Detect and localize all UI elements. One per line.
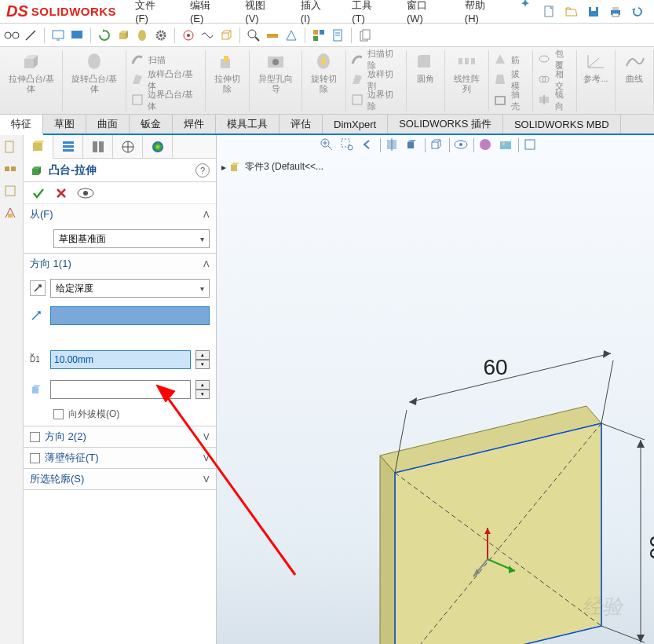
- depth-input-text[interactable]: [54, 354, 187, 365]
- draft-item[interactable]: 拔模: [494, 71, 528, 90]
- tab-moldtools[interactable]: 模具工具: [216, 115, 280, 134]
- pm-tab-config[interactable]: [53, 135, 83, 158]
- menu-view[interactable]: 视图(V): [234, 0, 289, 24]
- preview-toggle[interactable]: [77, 188, 94, 199]
- boundary-item[interactable]: 边界凸台/基体: [131, 91, 201, 110]
- pm-tab-feature-tree[interactable]: [24, 135, 53, 159]
- viewport[interactable]: ▸ 零件3 (Default<<...: [217, 135, 654, 644]
- cube-icon[interactable]: [217, 27, 235, 44]
- revolve-boss-group[interactable]: 旋转凸台/基体: [63, 50, 126, 112]
- tab-surface[interactable]: 曲面: [86, 115, 130, 134]
- zoom-fit-icon[interactable]: [319, 137, 336, 154]
- tri-icon[interactable]: [283, 27, 300, 44]
- pm-tab-display[interactable]: [83, 135, 113, 158]
- zoom-area-icon[interactable]: [339, 137, 356, 154]
- print-icon[interactable]: [607, 3, 624, 20]
- document-icon[interactable]: [329, 27, 346, 44]
- monitor-icon[interactable]: [49, 27, 67, 44]
- lb-design-icon[interactable]: [3, 206, 20, 223]
- edit-appearance-icon[interactable]: [477, 137, 495, 154]
- direction2-checkbox[interactable]: [30, 432, 40, 442]
- lb-assembly-icon[interactable]: [3, 162, 20, 179]
- glasses-icon[interactable]: [3, 27, 20, 44]
- display-icon[interactable]: [68, 27, 86, 44]
- ref-geo-group[interactable]: 参考...: [577, 50, 616, 112]
- revolve-cut-group[interactable]: 旋转切除: [302, 50, 346, 112]
- view-orientation-icon[interactable]: [404, 137, 422, 154]
- pm-tab-dimxpert[interactable]: [113, 135, 143, 158]
- target-icon[interactable]: [180, 27, 197, 44]
- menu-edit[interactable]: 编辑(E): [179, 0, 234, 24]
- tab-dimxpert[interactable]: DimXpert: [323, 115, 388, 134]
- display-style-icon[interactable]: [429, 137, 446, 154]
- spin-down-button[interactable]: ▾: [195, 360, 210, 369]
- hide-show-icon[interactable]: [453, 137, 470, 154]
- intersect-item[interactable]: 相交: [538, 71, 572, 90]
- direction1-header[interactable]: 方向 1(1) ᐱ: [24, 254, 216, 274]
- depth-input[interactable]: [50, 350, 191, 369]
- tab-sketch[interactable]: 草图: [43, 115, 86, 134]
- new-doc-icon[interactable]: [541, 3, 558, 20]
- hole-group[interactable]: 异型孔向导: [250, 50, 302, 112]
- gear-icon[interactable]: [152, 27, 170, 44]
- menu-help[interactable]: 帮助(H): [454, 0, 510, 24]
- fillet-group[interactable]: 圆角: [407, 50, 445, 112]
- tab-mbd[interactable]: SOLIDWORKS MBD: [503, 115, 621, 134]
- cube-extrude-icon[interactable]: [115, 27, 132, 44]
- extrude-cut-group[interactable]: 拉伸切除: [206, 50, 250, 112]
- tree-expand-icon[interactable]: ▸: [221, 162, 226, 173]
- thin-feature-checkbox[interactable]: [30, 453, 40, 463]
- pm-tab-appearance[interactable]: [143, 135, 173, 158]
- tab-swplugin[interactable]: SOLIDWORKS 插件: [388, 115, 503, 134]
- measure-icon[interactable]: [264, 27, 281, 44]
- tab-weldments[interactable]: 焊件: [173, 115, 216, 134]
- refresh-icon[interactable]: [96, 27, 113, 44]
- menu-file[interactable]: 文件(F): [124, 0, 179, 24]
- view-settings-icon[interactable]: [522, 137, 539, 154]
- from-combo[interactable]: 草图基准面 ▾: [53, 229, 210, 248]
- from-header[interactable]: 从(F) ᐱ: [24, 204, 216, 225]
- tab-feature[interactable]: 特征: [0, 115, 43, 135]
- direction-selection-box[interactable]: [50, 306, 210, 325]
- end-condition-combo[interactable]: 给定深度 ▾: [50, 279, 210, 298]
- tab-evaluate[interactable]: 评估: [280, 115, 323, 134]
- mirror-item[interactable]: 镜向: [538, 91, 572, 110]
- tab-sheetmetal[interactable]: 钣金: [130, 115, 173, 134]
- apply-scene-icon[interactable]: [498, 137, 515, 154]
- revolve-icon[interactable]: [133, 27, 151, 44]
- section-view-icon[interactable]: [384, 137, 401, 154]
- loft-cut-item[interactable]: 放样切割: [351, 71, 401, 90]
- shell-item[interactable]: 抽壳: [494, 91, 528, 110]
- wave-icon[interactable]: [199, 27, 216, 44]
- spin-up-button[interactable]: ▴: [195, 350, 210, 360]
- menu-window[interactable]: 窗口(W): [396, 0, 454, 24]
- rib-item[interactable]: 筋: [494, 50, 528, 69]
- ok-button[interactable]: [31, 186, 46, 200]
- lb-drawing-icon[interactable]: [3, 184, 20, 201]
- sweep-cut-item[interactable]: 扫描切除: [351, 50, 401, 69]
- wrap-item[interactable]: 包覆: [538, 50, 572, 69]
- components-icon[interactable]: [310, 27, 327, 44]
- sweep-item[interactable]: 扫描: [131, 50, 201, 69]
- save-icon[interactable]: [585, 3, 602, 20]
- undo-icon[interactable]: [629, 3, 646, 20]
- curves-group[interactable]: 曲线: [616, 50, 654, 112]
- open-icon[interactable]: [563, 3, 580, 20]
- zoom-icon[interactable]: [245, 27, 262, 44]
- menu-tools[interactable]: 工具(T): [341, 0, 396, 24]
- lb-doc-icon[interactable]: [3, 140, 20, 157]
- menu-pin-icon[interactable]: [510, 0, 541, 24]
- linear-pattern-group[interactable]: 线性阵列: [445, 50, 489, 112]
- line-icon[interactable]: [22, 27, 39, 44]
- help-icon[interactable]: ?: [195, 163, 210, 177]
- menu-insert[interactable]: 插入(I): [290, 0, 341, 24]
- boundary-cut-item[interactable]: 边界切除: [351, 91, 401, 110]
- draft-outward-checkbox[interactable]: [53, 409, 64, 419]
- loft-item[interactable]: 放样凸台/基体: [131, 71, 201, 90]
- multi-doc-icon[interactable]: [356, 27, 374, 44]
- flyout-tree[interactable]: ▸ 零件3 (Default<<...: [221, 160, 323, 174]
- previous-view-icon[interactable]: [360, 137, 377, 154]
- cancel-button[interactable]: [55, 187, 68, 199]
- extrude-boss-group[interactable]: 拉伸凸台/基体: [0, 50, 63, 112]
- reverse-direction-icon[interactable]: [30, 280, 46, 296]
